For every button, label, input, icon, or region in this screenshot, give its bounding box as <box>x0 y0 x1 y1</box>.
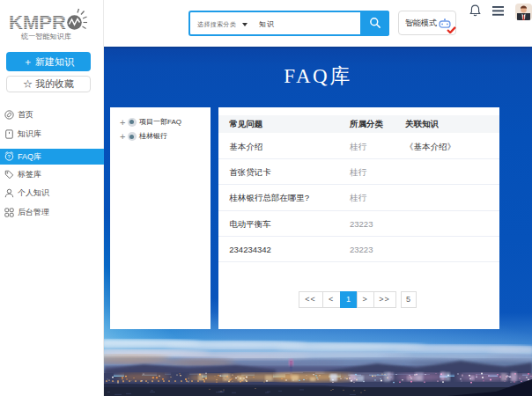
svg-text:?: ? <box>7 154 11 159</box>
svg-text:KMPR: KMPR <box>9 11 66 33</box>
svg-text:统一智能知识库: 统一智能知识库 <box>21 33 71 40</box>
